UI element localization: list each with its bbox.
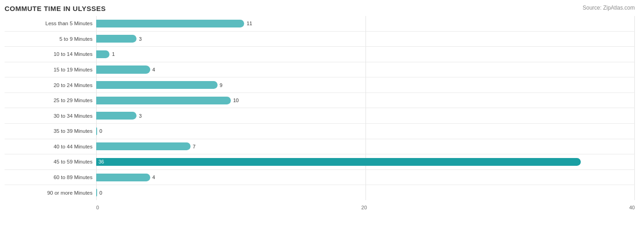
bar (96, 112, 136, 120)
bar (96, 35, 136, 43)
bar (96, 189, 97, 196)
bar-value: 1 (112, 51, 115, 57)
bar-track: 10 (96, 94, 635, 107)
table-row: 30 to 34 Minutes3 (5, 108, 635, 124)
table-row: 25 to 29 Minutes10 (5, 93, 635, 109)
bar-track: 7 (96, 140, 635, 153)
source-label: Source: ZipAtlas.com (583, 5, 635, 11)
rows-container: Less than 5 Minutes115 to 9 Minutes310 t… (5, 16, 635, 200)
x-axis-label-1: 20 (361, 205, 367, 210)
row-label: 10 to 14 Minutes (5, 51, 96, 57)
bar (96, 97, 231, 104)
row-label: 90 or more Minutes (5, 190, 96, 196)
bar (96, 50, 109, 58)
bar-value: 11 (246, 21, 252, 26)
bar-value: 36 (98, 159, 104, 164)
bar-value: 3 (139, 36, 142, 42)
chart-area: Less than 5 Minutes115 to 9 Minutes310 t… (5, 16, 635, 210)
bar-value: 4 (153, 67, 155, 72)
row-label: 5 to 9 Minutes (5, 36, 96, 42)
bar-track: 9 (96, 78, 635, 92)
x-axis-label-2: 40 (629, 205, 635, 210)
bar-value: 3 (139, 113, 142, 119)
bar-track: 11 (96, 17, 635, 30)
bar-value: 10 (233, 98, 239, 103)
chart-title: COMMUTE TIME IN ULYSSES (5, 5, 635, 12)
bar (96, 127, 97, 135)
row-label: Less than 5 Minutes (5, 21, 96, 26)
bar: 36 (96, 158, 581, 166)
bar-track: 36 (96, 155, 635, 169)
table-row: 20 to 24 Minutes9 (5, 77, 635, 93)
row-label: 35 to 39 Minutes (5, 128, 96, 134)
bar-track: 1 (96, 48, 635, 61)
row-label: 40 to 44 Minutes (5, 144, 96, 149)
bar-track: 4 (96, 171, 635, 184)
x-axis: 0 20 40 (96, 200, 635, 210)
row-label: 20 to 24 Minutes (5, 82, 96, 88)
bar-value: 4 (153, 175, 155, 180)
table-row: 45 to 59 Minutes36 (5, 154, 635, 170)
bar-track: 0 (96, 125, 635, 138)
chart-container: COMMUTE TIME IN ULYSSES Source: ZipAtlas… (0, 0, 644, 240)
table-row: 60 to 89 Minutes4 (5, 170, 635, 185)
bar (96, 65, 150, 73)
bar-value: 0 (99, 190, 102, 196)
row-label: 60 to 89 Minutes (5, 175, 96, 180)
table-row: 40 to 44 Minutes7 (5, 139, 635, 155)
bar-value: 7 (193, 144, 196, 149)
bar-value: 0 (99, 128, 102, 134)
bar-track: 4 (96, 63, 635, 76)
bar-value: 9 (220, 82, 223, 88)
row-label: 45 to 59 Minutes (5, 159, 96, 164)
bar-track: 3 (96, 109, 635, 122)
table-row: 10 to 14 Minutes1 (5, 47, 635, 62)
bar (96, 174, 150, 181)
x-axis-label-0: 0 (96, 205, 99, 210)
table-row: 15 to 19 Minutes4 (5, 62, 635, 78)
row-label: 15 to 19 Minutes (5, 67, 96, 72)
table-row: 35 to 39 Minutes0 (5, 124, 635, 139)
bar (96, 81, 218, 89)
table-row: 90 or more Minutes0 (5, 185, 635, 200)
table-row: Less than 5 Minutes11 (5, 16, 635, 32)
row-label: 25 to 29 Minutes (5, 98, 96, 103)
bar (96, 20, 244, 27)
bar (96, 142, 191, 150)
table-row: 5 to 9 Minutes3 (5, 32, 635, 47)
bar-track: 0 (96, 186, 635, 199)
row-label: 30 to 34 Minutes (5, 113, 96, 119)
bar-track: 3 (96, 33, 635, 46)
